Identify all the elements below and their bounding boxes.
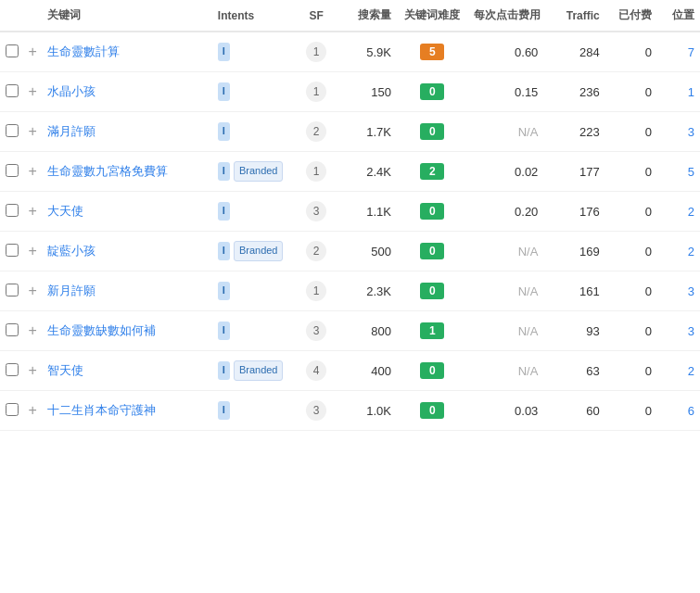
intent-badge: I: [218, 401, 230, 420]
header-search: 搜索量: [336, 0, 397, 32]
row-checkbox[interactable]: [6, 323, 19, 336]
difficulty-badge: 0: [420, 83, 444, 100]
position-link[interactable]: 3: [688, 284, 694, 298]
table-row: +智天使IBranded44000N/A6302: [0, 351, 700, 391]
cpc-value: N/A: [468, 351, 544, 391]
position-link[interactable]: 3: [688, 324, 694, 338]
position-link[interactable]: 2: [688, 364, 694, 378]
position-link[interactable]: 6: [688, 404, 694, 418]
add-keyword-button[interactable]: +: [26, 44, 38, 59]
difficulty-badge: 0: [420, 402, 444, 419]
difficulty-badge: 2: [420, 163, 444, 180]
position-link[interactable]: 3: [688, 125, 694, 139]
search-volume: 150: [336, 72, 397, 112]
paid-value: 0: [605, 391, 657, 431]
cpc-value: 0.02: [468, 152, 544, 192]
add-keyword-button[interactable]: +: [26, 84, 38, 99]
keyword-link[interactable]: 大天使: [47, 204, 83, 218]
difficulty-badge: 0: [420, 203, 444, 220]
position-link[interactable]: 5: [688, 165, 694, 179]
paid-value: 0: [605, 351, 657, 391]
traffic-value: 177: [543, 152, 605, 192]
cpc-value: 0.15: [468, 72, 544, 112]
sf-value: 1: [306, 161, 326, 182]
intent-badge: I: [218, 202, 230, 221]
row-checkbox[interactable]: [6, 84, 19, 97]
row-checkbox[interactable]: [6, 244, 19, 257]
row-checkbox[interactable]: [6, 363, 19, 376]
traffic-value: 60: [543, 391, 605, 431]
header-position: 位置: [657, 0, 700, 32]
intent-badge: I: [218, 322, 230, 340]
position-link[interactable]: 7: [688, 45, 694, 59]
keyword-link[interactable]: 靛藍小孩: [47, 244, 95, 258]
paid-value: 0: [605, 232, 657, 271]
intent-badge: I: [218, 43, 230, 61]
row-checkbox[interactable]: [6, 284, 19, 296]
paid-value: 0: [605, 72, 657, 112]
intent-badge: I: [218, 122, 230, 141]
cpc-value: 0.60: [468, 32, 544, 72]
sf-value: 3: [306, 321, 326, 341]
position-link[interactable]: 2: [688, 205, 694, 219]
paid-value: 0: [605, 311, 657, 351]
add-keyword-button[interactable]: +: [26, 244, 38, 259]
search-volume: 800: [336, 311, 397, 351]
keyword-link[interactable]: 滿月許願: [47, 124, 95, 138]
row-checkbox[interactable]: [6, 403, 19, 416]
table-row: +大天使I31.1K00.2017602: [0, 192, 700, 232]
search-volume: 400: [336, 351, 397, 391]
add-keyword-button[interactable]: +: [26, 363, 38, 378]
position-link[interactable]: 2: [688, 245, 694, 259]
keyword-link[interactable]: 生命靈數九宮格免費算: [47, 164, 168, 178]
keyword-link[interactable]: 新月許願: [47, 284, 95, 297]
keyword-link[interactable]: 生命靈數缺數如何補: [47, 323, 156, 337]
table-row: +生命靈數九宮格免費算IBranded12.4K20.0217705: [0, 152, 700, 192]
row-checkbox[interactable]: [6, 44, 19, 57]
difficulty-badge: 0: [420, 243, 444, 259]
row-checkbox[interactable]: [6, 204, 19, 217]
intent-badge: I: [218, 82, 230, 101]
add-keyword-button[interactable]: +: [26, 124, 38, 139]
search-volume: 5.9K: [336, 32, 397, 72]
add-keyword-button[interactable]: +: [26, 323, 38, 338]
add-keyword-button[interactable]: +: [26, 403, 38, 418]
keyword-link[interactable]: 十二生肖本命守護神: [47, 403, 156, 417]
keyword-link[interactable]: 水晶小孩: [47, 84, 95, 98]
sf-value: 2: [306, 241, 326, 261]
position-link[interactable]: 1: [688, 85, 694, 99]
traffic-value: 169: [543, 232, 605, 271]
sf-value: 1: [306, 42, 326, 62]
keyword-link[interactable]: 智天使: [47, 363, 83, 377]
table-row: +十二生肖本命守護神I31.0K00.036006: [0, 391, 700, 431]
difficulty-badge: 5: [420, 44, 444, 60]
intent-badge: I: [218, 361, 230, 380]
branded-badge: Branded: [234, 161, 284, 182]
search-volume: 2.4K: [336, 152, 397, 192]
row-checkbox[interactable]: [6, 124, 19, 137]
difficulty-badge: 0: [420, 123, 444, 140]
paid-value: 0: [605, 152, 657, 192]
keyword-link[interactable]: 生命靈數計算: [47, 44, 120, 58]
header-difficulty: 关键词难度: [397, 0, 468, 32]
sf-value: 3: [306, 400, 326, 421]
add-keyword-button[interactable]: +: [26, 164, 38, 179]
traffic-value: 223: [543, 112, 605, 152]
add-keyword-button[interactable]: +: [26, 204, 38, 219]
paid-value: 0: [605, 192, 657, 232]
search-volume: 500: [336, 232, 397, 271]
paid-value: 0: [605, 112, 657, 152]
intent-badge: I: [218, 162, 230, 181]
search-volume: 2.3K: [336, 271, 397, 311]
traffic-value: 93: [543, 311, 605, 351]
sf-value: 1: [306, 82, 326, 102]
add-keyword-button[interactable]: +: [26, 284, 38, 298]
main-table-container: 关键词 Intents SF 搜索量 关键词难度 每次点击费用 Traffic …: [0, 0, 700, 431]
branded-badge: Branded: [234, 360, 284, 381]
row-checkbox[interactable]: [6, 164, 19, 177]
traffic-value: 176: [543, 192, 605, 232]
keyword-table: 关键词 Intents SF 搜索量 关键词难度 每次点击费用 Traffic …: [0, 0, 700, 431]
difficulty-badge: 0: [420, 362, 444, 379]
table-header-row: 关键词 Intents SF 搜索量 关键词难度 每次点击费用 Traffic …: [0, 0, 700, 32]
traffic-value: 161: [543, 271, 605, 311]
